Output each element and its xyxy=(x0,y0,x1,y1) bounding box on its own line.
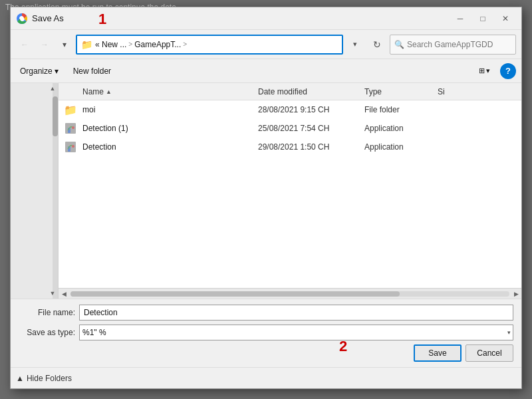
file-type-moi: File folder xyxy=(364,105,438,114)
back-button[interactable]: ← xyxy=(16,36,33,53)
forward-button[interactable]: → xyxy=(36,36,53,53)
crumb-sep1: > xyxy=(128,41,132,48)
file-name-detection1: Detection (1) xyxy=(82,124,258,133)
file-list-area: Name ▲ Date modified Type Si 📁 moi 28/08… xyxy=(59,83,521,299)
app-icon-wrap1 xyxy=(59,122,82,134)
app-icon-detection xyxy=(65,141,76,153)
address-bar-row: ← → ▾ 📁 « New ... > GameAppT... > ▾ ↻ 🔍 xyxy=(11,30,521,59)
save-type-row: Save as type: %1" % ▾ xyxy=(19,325,513,340)
organize-dropdown-icon: ▾ xyxy=(55,66,59,76)
cancel-button[interactable]: Cancel xyxy=(466,344,513,362)
hide-folders-label: Hide Folders xyxy=(27,374,72,383)
file-row-moi[interactable]: 📁 moi 28/08/2021 9:15 CH File folder xyxy=(59,100,521,119)
save-button[interactable]: Save xyxy=(414,344,462,362)
file-type-detection1: Application xyxy=(364,124,438,133)
sort-arrow-icon: ▲ xyxy=(106,88,112,95)
refresh-button[interactable]: ↻ xyxy=(367,35,387,55)
view-button[interactable]: ⊞ ▾ xyxy=(474,63,495,80)
file-name-label: File name: xyxy=(19,308,75,317)
file-list-header: Name ▲ Date modified Type Si xyxy=(59,83,521,100)
crumb2[interactable]: GameAppT... xyxy=(134,40,181,49)
app-icon-detection1 xyxy=(65,122,76,134)
app-icon-wrap2 xyxy=(59,141,82,153)
file-row-detection1[interactable]: Detection (1) 25/08/2021 7:54 CH Applica… xyxy=(59,119,521,138)
organize-button[interactable]: Organize ▾ xyxy=(16,63,63,80)
save-type-select[interactable]: %1" % xyxy=(79,325,513,340)
title-controls: ─ □ ✕ xyxy=(450,11,516,26)
h-scroll-track[interactable] xyxy=(70,291,509,297)
organize-label: Organize xyxy=(20,66,53,76)
folder-icon: 📁 xyxy=(81,39,92,50)
action-bar: Organize ▾ New folder ⊞ ▾ ? xyxy=(11,59,521,83)
svg-point-7 xyxy=(72,145,74,148)
view-icon: ⊞ xyxy=(479,66,485,75)
hide-folders-button[interactable]: ▲ Hide Folders xyxy=(16,374,72,383)
sidebar-scroll-up[interactable]: ▲ xyxy=(47,83,58,94)
sidebar: ▲ ▼ xyxy=(11,83,59,299)
hide-folders-row: ▲ Hide Folders xyxy=(11,367,521,388)
breadcrumb: « New ... > GameAppT... > xyxy=(95,40,187,49)
column-type[interactable]: Type xyxy=(364,87,438,96)
folder-icon-wrap: 📁 xyxy=(59,104,82,116)
hide-folders-arrow-icon: ▲ xyxy=(16,374,24,383)
save-type-select-wrap: %1" % ▾ xyxy=(79,325,513,340)
step1-badge: 1 xyxy=(98,12,106,27)
file-row-detection[interactable]: Detection 29/08/2021 1:50 CH Application xyxy=(59,138,521,156)
h-scroll-right-btn[interactable]: ▶ xyxy=(511,289,521,299)
crumb1[interactable]: « New ... xyxy=(95,40,126,49)
title-bar: Save As ─ □ ✕ xyxy=(11,7,521,30)
file-list-body: 📁 moi 28/08/2021 9:15 CH File folder xyxy=(59,100,521,288)
address-box[interactable]: 📁 « New ... > GameAppT... > xyxy=(76,35,343,55)
help-button[interactable]: ? xyxy=(500,63,516,79)
h-scroll-left-btn[interactable]: ◀ xyxy=(59,289,69,299)
search-box[interactable]: 🔍 xyxy=(390,35,516,55)
search-input[interactable] xyxy=(407,40,511,49)
sidebar-scrollbar[interactable]: ▲ ▼ xyxy=(53,83,58,299)
up-button[interactable]: ▾ xyxy=(56,36,73,53)
app-icon xyxy=(16,13,28,25)
save-type-label: Save as type: xyxy=(19,328,75,337)
minimize-button[interactable]: ─ xyxy=(450,11,471,26)
view-dropdown-icon: ▾ xyxy=(486,66,490,75)
column-size[interactable]: Si xyxy=(438,87,521,96)
column-date-modified[interactable]: Date modified xyxy=(258,87,364,96)
svg-point-4 xyxy=(72,126,74,129)
horizontal-scrollbar[interactable]: ◀ ▶ xyxy=(59,288,521,299)
button-row: Save Cancel xyxy=(19,344,513,362)
close-button[interactable]: ✕ xyxy=(495,11,516,26)
search-icon: 🔍 xyxy=(394,40,404,49)
dialog-title: Save As xyxy=(32,13,450,23)
file-name-input[interactable] xyxy=(79,305,513,321)
address-expand-button[interactable]: ▾ xyxy=(346,35,364,55)
file-date-moi: 28/08/2021 9:15 CH xyxy=(258,105,364,114)
file-date-detection: 29/08/2021 1:50 CH xyxy=(258,142,364,152)
column-name-label: Name xyxy=(82,87,104,96)
sidebar-scroll-thumb[interactable] xyxy=(53,96,58,136)
h-scroll-thumb[interactable] xyxy=(70,291,400,297)
maximize-button[interactable]: □ xyxy=(472,11,493,26)
bottom-form-area: File name: Save as type: %1" % ▾ Save Ca… xyxy=(11,299,521,367)
main-area: ▲ ▼ Name ▲ Date modified Type Si xyxy=(11,83,521,299)
new-folder-button[interactable]: New folder xyxy=(68,63,116,80)
crumb-sep2: > xyxy=(183,41,187,48)
folder-icon-moi: 📁 xyxy=(64,104,77,116)
file-name-moi: moi xyxy=(82,105,258,114)
step2-badge: 2 xyxy=(339,339,347,354)
column-name[interactable]: Name ▲ xyxy=(59,87,258,96)
file-type-detection: Application xyxy=(364,142,438,152)
sidebar-scroll-down[interactable]: ▼ xyxy=(47,288,58,299)
file-name-detection: Detection xyxy=(82,142,258,152)
save-as-dialog: Save As ─ □ ✕ ← → ▾ 📁 « New ... > GameAp… xyxy=(10,7,522,389)
file-date-detection1: 25/08/2021 7:54 CH xyxy=(258,124,364,133)
file-name-row: File name: xyxy=(19,305,513,321)
